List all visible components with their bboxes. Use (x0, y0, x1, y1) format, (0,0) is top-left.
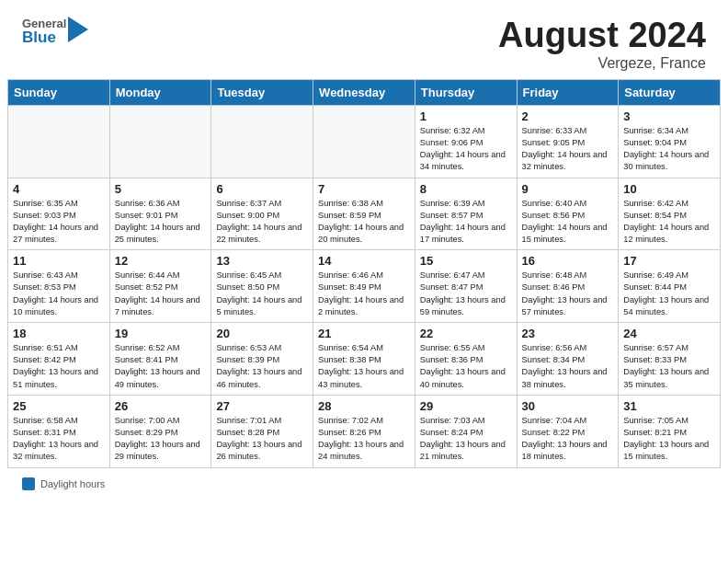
table-row: 26Sunrise: 7:00 AMSunset: 8:29 PMDayligh… (109, 395, 211, 467)
day-info: Sunrise: 7:00 AMSunset: 8:29 PMDaylight:… (115, 415, 207, 464)
day-number: 13 (216, 254, 308, 268)
table-row (313, 105, 415, 178)
col-sunday: Sunday (8, 79, 110, 105)
calendar-table: Sunday Monday Tuesday Wednesday Thursday… (7, 79, 721, 468)
table-row: 3Sunrise: 6:34 AMSunset: 9:04 PMDaylight… (619, 105, 721, 178)
table-row: 18Sunrise: 6:51 AMSunset: 8:42 PMDayligh… (8, 323, 110, 396)
table-row: 20Sunrise: 6:53 AMSunset: 8:39 PMDayligh… (211, 323, 313, 396)
logo: General Blue (22, 17, 88, 46)
logo-name: General Blue (22, 17, 66, 45)
table-row: 7Sunrise: 6:38 AMSunset: 8:59 PMDaylight… (313, 178, 415, 250)
col-monday: Monday (109, 79, 211, 105)
day-number: 12 (115, 254, 207, 268)
day-info: Sunrise: 6:43 AMSunset: 8:53 PMDaylight:… (13, 270, 105, 318)
day-number: 30 (522, 399, 614, 413)
table-row (109, 105, 211, 178)
day-number: 6 (216, 182, 308, 196)
day-number: 24 (623, 327, 715, 340)
table-row: 10Sunrise: 6:42 AMSunset: 8:54 PMDayligh… (619, 178, 721, 250)
page-container: General Blue August 2024 Vergeze, France… (0, 0, 728, 498)
day-number: 3 (623, 109, 715, 123)
table-row: 4Sunrise: 6:35 AMSunset: 9:03 PMDaylight… (8, 178, 110, 250)
day-info: Sunrise: 6:37 AMSunset: 9:00 PMDaylight:… (216, 198, 308, 247)
table-row (8, 105, 110, 178)
footer: Daylight hours (0, 468, 728, 498)
day-info: Sunrise: 7:01 AMSunset: 8:28 PMDaylight:… (216, 415, 308, 464)
day-info: Sunrise: 6:45 AMSunset: 8:50 PMDaylight:… (216, 270, 308, 318)
day-number: 17 (623, 254, 715, 268)
table-row: 6Sunrise: 6:37 AMSunset: 9:00 PMDaylight… (211, 178, 313, 250)
day-info: Sunrise: 6:38 AMSunset: 8:59 PMDaylight:… (318, 198, 410, 247)
table-row: 25Sunrise: 6:58 AMSunset: 8:31 PMDayligh… (8, 395, 110, 467)
table-row: 31Sunrise: 7:05 AMSunset: 8:21 PMDayligh… (619, 395, 721, 467)
day-number: 25 (13, 399, 105, 413)
table-row: 14Sunrise: 6:46 AMSunset: 8:49 PMDayligh… (313, 250, 415, 323)
day-info: Sunrise: 6:48 AMSunset: 8:46 PMDaylight:… (522, 270, 614, 318)
day-info: Sunrise: 6:42 AMSunset: 8:54 PMDaylight:… (623, 198, 715, 247)
day-number: 5 (115, 182, 207, 196)
table-row: 1Sunrise: 6:32 AMSunset: 9:06 PMDaylight… (415, 105, 517, 178)
col-saturday: Saturday (619, 79, 721, 105)
table-row: 2Sunrise: 6:33 AMSunset: 9:05 PMDaylight… (517, 105, 619, 178)
calendar-header: Sunday Monday Tuesday Wednesday Thursday… (8, 79, 721, 105)
calendar-body: 1Sunrise: 6:32 AMSunset: 9:06 PMDaylight… (8, 105, 721, 467)
day-info: Sunrise: 6:57 AMSunset: 8:33 PMDaylight:… (623, 342, 715, 391)
day-info: Sunrise: 6:44 AMSunset: 8:52 PMDaylight:… (115, 270, 207, 318)
day-number: 4 (13, 182, 105, 196)
daylight-label: Daylight hours (40, 478, 105, 489)
table-row: 17Sunrise: 6:49 AMSunset: 8:44 PMDayligh… (619, 250, 721, 323)
day-number: 27 (216, 399, 308, 413)
table-row: 22Sunrise: 6:55 AMSunset: 8:36 PMDayligh… (415, 323, 517, 396)
day-info: Sunrise: 6:35 AMSunset: 9:03 PMDaylight:… (13, 198, 105, 247)
day-number: 16 (522, 254, 614, 268)
day-info: Sunrise: 6:54 AMSunset: 8:38 PMDaylight:… (318, 342, 410, 391)
day-info: Sunrise: 6:34 AMSunset: 9:04 PMDaylight:… (623, 125, 715, 174)
page-title: August 2024 (498, 17, 706, 55)
day-info: Sunrise: 6:39 AMSunset: 8:57 PMDaylight:… (420, 198, 512, 247)
day-info: Sunrise: 7:04 AMSunset: 8:22 PMDaylight:… (522, 415, 614, 464)
days-header-row: Sunday Monday Tuesday Wednesday Thursday… (8, 79, 721, 105)
col-friday: Friday (517, 79, 619, 105)
day-number: 9 (522, 182, 614, 196)
table-row: 9Sunrise: 6:40 AMSunset: 8:56 PMDaylight… (517, 178, 619, 250)
table-row (211, 105, 313, 178)
day-info: Sunrise: 7:03 AMSunset: 8:24 PMDaylight:… (420, 415, 512, 464)
table-row: 23Sunrise: 6:56 AMSunset: 8:34 PMDayligh… (517, 323, 619, 396)
table-row: 11Sunrise: 6:43 AMSunset: 8:53 PMDayligh… (8, 250, 110, 323)
day-number: 28 (318, 399, 410, 413)
table-row: 16Sunrise: 6:48 AMSunset: 8:46 PMDayligh… (517, 250, 619, 323)
day-info: Sunrise: 6:56 AMSunset: 8:34 PMDaylight:… (522, 342, 614, 391)
table-row: 27Sunrise: 7:01 AMSunset: 8:28 PMDayligh… (211, 395, 313, 467)
table-row: 19Sunrise: 6:52 AMSunset: 8:41 PMDayligh… (109, 323, 211, 396)
day-info: Sunrise: 6:46 AMSunset: 8:49 PMDaylight:… (318, 270, 410, 318)
day-info: Sunrise: 6:32 AMSunset: 9:06 PMDaylight:… (420, 125, 512, 174)
day-info: Sunrise: 6:33 AMSunset: 9:05 PMDaylight:… (522, 125, 614, 174)
table-row: 28Sunrise: 7:02 AMSunset: 8:26 PMDayligh… (313, 395, 415, 467)
logo-arrow-icon (68, 17, 88, 46)
col-wednesday: Wednesday (313, 79, 415, 105)
day-number: 20 (216, 327, 308, 340)
day-number: 14 (318, 254, 410, 268)
day-info: Sunrise: 6:52 AMSunset: 8:41 PMDaylight:… (115, 342, 207, 391)
table-row: 13Sunrise: 6:45 AMSunset: 8:50 PMDayligh… (211, 250, 313, 323)
calendar-week-row: 25Sunrise: 6:58 AMSunset: 8:31 PMDayligh… (8, 395, 721, 467)
table-row: 24Sunrise: 6:57 AMSunset: 8:33 PMDayligh… (619, 323, 721, 396)
table-row: 21Sunrise: 6:54 AMSunset: 8:38 PMDayligh… (313, 323, 415, 396)
day-number: 23 (522, 327, 614, 340)
day-number: 15 (420, 254, 512, 268)
calendar-week-row: 11Sunrise: 6:43 AMSunset: 8:53 PMDayligh… (8, 250, 721, 323)
day-number: 7 (318, 182, 410, 196)
col-tuesday: Tuesday (211, 79, 313, 105)
day-number: 29 (420, 399, 512, 413)
col-thursday: Thursday (415, 79, 517, 105)
table-row: 12Sunrise: 6:44 AMSunset: 8:52 PMDayligh… (109, 250, 211, 323)
header: General Blue August 2024 Vergeze, France (0, 0, 728, 79)
page-subtitle: Vergeze, France (498, 55, 706, 72)
calendar-week-row: 1Sunrise: 6:32 AMSunset: 9:06 PMDaylight… (8, 105, 721, 178)
day-info: Sunrise: 7:02 AMSunset: 8:26 PMDaylight:… (318, 415, 410, 464)
day-number: 2 (522, 109, 614, 123)
day-number: 18 (13, 327, 105, 340)
calendar-week-row: 4Sunrise: 6:35 AMSunset: 9:03 PMDaylight… (8, 178, 721, 250)
day-info: Sunrise: 6:47 AMSunset: 8:47 PMDaylight:… (420, 270, 512, 318)
table-row: 5Sunrise: 6:36 AMSunset: 9:01 PMDaylight… (109, 178, 211, 250)
